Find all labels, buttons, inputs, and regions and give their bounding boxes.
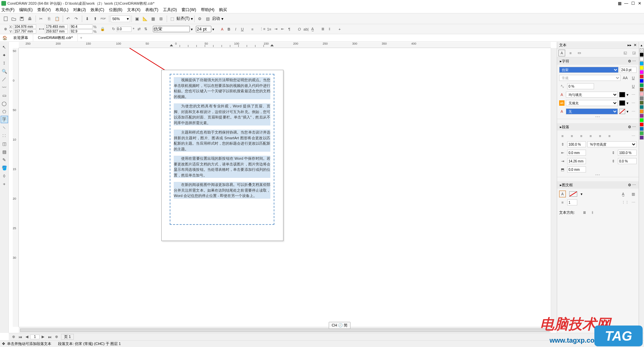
docker-popout-icon[interactable]: ◱ [622,50,629,56]
launch-label[interactable]: 启动 [212,16,220,21]
docker-close-icon[interactable]: ✕ [634,43,637,47]
docker-tab-character[interactable]: A [558,50,565,56]
menu-help[interactable]: 帮助(H) [201,7,215,13]
palette-up-icon[interactable]: ▴ [641,43,642,47]
outline-tool[interactable]: ◊ [1,172,8,180]
frame-nocolor-swatch[interactable] [569,191,577,197]
all-caps-icon[interactable]: AA [622,75,629,81]
opentype-icon[interactable]: O [296,26,303,33]
right-val-input[interactable] [618,150,637,156]
frame-fill-icon[interactable]: A [559,191,566,197]
leading-mode-select[interactable]: %字符高度 [587,141,637,147]
ellipse-tool[interactable]: ◯ [1,100,8,107]
menu-tools[interactable]: 工具(O) [163,7,177,13]
align-justify-icon[interactable]: ≡ [597,133,603,139]
scale-x-input[interactable] [70,24,93,29]
swatch[interactable] [640,122,644,127]
swatch-white[interactable] [640,57,644,61]
bold-icon[interactable]: B [225,26,232,33]
polygon-tool[interactable]: ⬠ [1,108,8,115]
artistic-media-tool[interactable]: 〰 [1,84,8,91]
parallel-dim-tool[interactable]: ⟍ [1,124,8,131]
script-select[interactable]: 无 [566,108,618,114]
ruler-vertical[interactable]: 50 0 50 10 15 20 25 30 [13,48,19,327]
docker-expand-icon[interactable]: ◲ [631,50,637,56]
text-edit-icon[interactable]: ab| [303,26,309,33]
new-doc-button[interactable] [2,15,9,22]
swatch[interactable] [640,92,644,96]
dir-vertical-icon[interactable]: ⦀ [589,209,596,216]
underline-style-icon[interactable]: U [630,83,637,90]
font-style-icon[interactable]: A [219,26,225,33]
rectangle-tool[interactable]: ▭ [1,92,8,99]
add-tab-button[interactable]: + [78,36,85,40]
paragraph-5[interactable]: 在新的阅读视图中阅读更加容易。可以折叠文档某些部分并关注所需文本。如果在达到结尾… [174,182,270,199]
rulers-button[interactable]: 📐 [141,15,149,22]
fullscreen-button[interactable]: ▣ [133,15,141,22]
frame-more-icon[interactable]: ⋯ [630,199,637,206]
swatch[interactable] [640,83,644,87]
frame-columns-icon[interactable]: ▥ [630,191,637,197]
tab-document[interactable]: CorelDRAW教程.cdr* [33,34,78,41]
leading-input[interactable] [567,141,586,147]
import-button[interactable]: ⬇ [84,15,91,22]
dropcap-icon[interactable]: ¶ [286,26,292,33]
last-page-icon[interactable]: ⏭ [46,334,53,340]
text-direction-v-icon[interactable]: ⦀ [326,26,333,33]
next-page-icon[interactable]: ▶ [40,334,46,340]
print-button[interactable]: 🖶 [26,15,34,22]
snap-button[interactable]: ⬚ [168,15,176,22]
space-before-input[interactable] [567,166,586,172]
text-tool[interactable]: 字 [1,116,8,123]
menu-text[interactable]: 文本(X) [127,7,141,13]
paste-button[interactable]: 📋 [53,15,61,22]
columns-input[interactable] [567,199,577,205]
para-settings-icon[interactable]: ⋯ [630,133,637,139]
swatch[interactable] [640,88,644,92]
mirror-v-icon[interactable]: ⇅ [142,26,149,33]
italic-icon[interactable]: I [232,26,239,33]
docker-style-select[interactable]: 常规 [559,75,621,81]
align-center-icon[interactable]: ≡ [578,133,585,139]
frame-options-icon[interactable]: ⋮⋮ [622,199,629,206]
pdf-button[interactable]: PDF [100,15,107,22]
bullets-icon[interactable]: ⋮≡ [259,26,266,33]
right-indent-input[interactable] [618,158,637,164]
minimize-button[interactable]: — [623,1,629,6]
add-tool[interactable]: + [1,180,8,188]
cut-button[interactable]: ✂ [37,15,45,22]
font-family-dropdown[interactable]: ▾ [153,26,194,32]
fill-more-icon[interactable]: ⋯ [630,91,637,98]
pos-y-input[interactable] [13,29,36,34]
export-button[interactable]: ⬆ [92,15,99,22]
connector-tool[interactable]: ⸬ [1,132,8,139]
scrollbar-vertical[interactable] [551,48,557,327]
paragraph-2[interactable]: 为使您的文档具有专业外观，Word 提供了页眉、页脚、封面和文本框设计，这些设计… [174,103,270,126]
freehand-tool[interactable]: ／ [1,76,8,83]
crop-tool[interactable]: ⟟ [1,59,8,67]
align-full-icon[interactable]: ≡ [606,133,613,139]
swatch[interactable] [640,136,644,140]
lock-ratio-icon[interactable]: 🔒 [99,26,106,33]
height-input[interactable] [45,29,68,34]
swatch[interactable] [640,118,644,122]
redo-button[interactable]: ↷ [72,15,80,22]
prev-page-icon[interactable]: ◀ [23,334,30,340]
underline2-icon[interactable]: U [630,75,637,81]
status-nofill-swatch[interactable] [623,342,631,346]
frame-align-icon[interactable]: A̲ [620,191,627,197]
page-num-input[interactable] [30,335,40,339]
numbering-icon[interactable]: 1≡ [266,26,272,33]
tab-welcome[interactable]: 欢迎屏幕 [9,34,33,41]
frame-section-title[interactable]: ▸ 图文框⚙ ⋯ [557,181,639,189]
status-fill-swatch[interactable] [633,342,641,346]
swatch[interactable] [640,66,644,70]
text-options-icon[interactable]: A̲ [309,26,316,33]
paragraph-4[interactable]: 使用在需要位置出现的新按钮在 Word 中保存时间。若要更改图片适应文档的方式，… [174,156,270,178]
app-menu-icon[interactable]: ▦ [616,1,623,6]
menu-file[interactable]: 文件(F) [1,7,14,13]
outline-mode-select[interactable]: 无填充 [566,100,618,106]
align-left-icon[interactable]: ≡ [249,26,256,33]
swatch[interactable] [640,79,644,83]
docker-menu-icon[interactable]: ▸▸ [628,43,632,47]
